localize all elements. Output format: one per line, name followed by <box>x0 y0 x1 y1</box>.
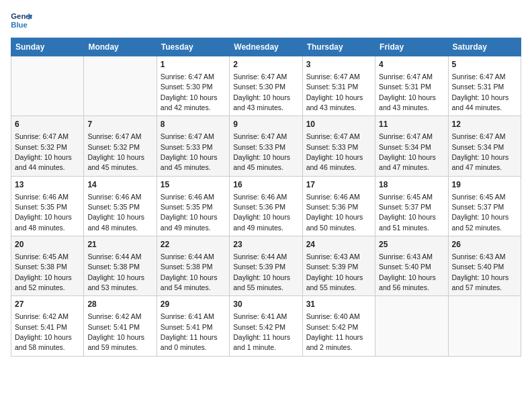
calendar-cell: 3Sunrise: 6:47 AMSunset: 5:31 PMDaylight… <box>302 56 375 116</box>
day-number: 20 <box>15 239 80 250</box>
day-number: 27 <box>15 299 80 310</box>
day-number: 26 <box>452 239 517 250</box>
day-number: 13 <box>15 179 80 191</box>
logo-icon: General Blue <box>11 11 32 30</box>
calendar-cell: 13Sunrise: 6:46 AMSunset: 5:35 PMDayligh… <box>11 176 84 236</box>
cell-info: Sunrise: 6:47 AMSunset: 5:31 PMDaylight:… <box>452 73 509 111</box>
cell-info: Sunrise: 6:41 AMSunset: 5:42 PMDaylight:… <box>233 312 290 351</box>
cell-info: Sunrise: 6:43 AMSunset: 5:40 PMDaylight:… <box>452 253 509 291</box>
calendar-cell: 2Sunrise: 6:47 AMSunset: 5:30 PMDaylight… <box>230 56 302 116</box>
day-number: 5 <box>452 59 517 71</box>
cell-info: Sunrise: 6:47 AMSunset: 5:33 PMDaylight:… <box>306 132 363 171</box>
cell-info: Sunrise: 6:47 AMSunset: 5:30 PMDaylight:… <box>161 73 218 111</box>
day-number: 28 <box>87 299 152 310</box>
calendar-cell: 7Sunrise: 6:47 AMSunset: 5:32 PMDaylight… <box>84 116 157 176</box>
day-number: 8 <box>161 119 226 130</box>
cell-info: Sunrise: 6:47 AMSunset: 5:32 PMDaylight:… <box>15 132 72 171</box>
cell-info: Sunrise: 6:47 AMSunset: 5:31 PMDaylight:… <box>306 73 363 111</box>
week-row-1: 1Sunrise: 6:47 AMSunset: 5:30 PMDaylight… <box>11 56 521 116</box>
calendar-cell <box>448 296 521 356</box>
header-sunday: Sunday <box>11 38 84 56</box>
cell-info: Sunrise: 6:40 AMSunset: 5:42 PMDaylight:… <box>306 312 363 351</box>
calendar-cell <box>11 56 84 116</box>
week-row-3: 13Sunrise: 6:46 AMSunset: 5:35 PMDayligh… <box>11 176 521 236</box>
calendar-cell: 9Sunrise: 6:47 AMSunset: 5:33 PMDaylight… <box>230 116 302 176</box>
week-row-4: 20Sunrise: 6:45 AMSunset: 5:38 PMDayligh… <box>11 236 521 296</box>
calendar-cell: 24Sunrise: 6:43 AMSunset: 5:39 PMDayligh… <box>302 236 375 296</box>
calendar-cell: 12Sunrise: 6:47 AMSunset: 5:34 PMDayligh… <box>448 116 521 176</box>
day-number: 7 <box>87 119 152 130</box>
calendar-cell: 8Sunrise: 6:47 AMSunset: 5:33 PMDaylight… <box>157 116 229 176</box>
calendar-cell: 25Sunrise: 6:43 AMSunset: 5:40 PMDayligh… <box>375 236 448 296</box>
header-monday: Monday <box>84 38 157 56</box>
calendar-cell: 26Sunrise: 6:43 AMSunset: 5:40 PMDayligh… <box>448 236 521 296</box>
day-number: 18 <box>379 179 444 191</box>
cell-info: Sunrise: 6:47 AMSunset: 5:32 PMDaylight:… <box>87 132 144 171</box>
cell-info: Sunrise: 6:47 AMSunset: 5:30 PMDaylight:… <box>233 73 290 111</box>
cell-info: Sunrise: 6:41 AMSunset: 5:41 PMDaylight:… <box>161 312 218 351</box>
calendar-cell: 17Sunrise: 6:46 AMSunset: 5:36 PMDayligh… <box>302 176 375 236</box>
calendar-cell: 19Sunrise: 6:45 AMSunset: 5:37 PMDayligh… <box>448 176 521 236</box>
calendar-cell: 22Sunrise: 6:44 AMSunset: 5:38 PMDayligh… <box>157 236 229 296</box>
week-row-5: 27Sunrise: 6:42 AMSunset: 5:41 PMDayligh… <box>11 296 521 356</box>
day-number: 22 <box>161 239 226 250</box>
cell-info: Sunrise: 6:46 AMSunset: 5:35 PMDaylight:… <box>87 193 144 232</box>
header-tuesday: Tuesday <box>157 38 229 56</box>
calendar-cell: 15Sunrise: 6:46 AMSunset: 5:35 PMDayligh… <box>157 176 229 236</box>
calendar-cell <box>375 296 448 356</box>
day-number: 25 <box>379 239 444 250</box>
cell-info: Sunrise: 6:44 AMSunset: 5:38 PMDaylight:… <box>87 253 144 291</box>
cell-info: Sunrise: 6:42 AMSunset: 5:41 PMDaylight:… <box>15 312 72 351</box>
cell-info: Sunrise: 6:43 AMSunset: 5:39 PMDaylight:… <box>306 253 363 291</box>
cell-info: Sunrise: 6:43 AMSunset: 5:40 PMDaylight:… <box>379 253 436 291</box>
day-number: 6 <box>15 119 80 130</box>
cell-info: Sunrise: 6:46 AMSunset: 5:36 PMDaylight:… <box>233 193 290 232</box>
calendar-cell: 11Sunrise: 6:47 AMSunset: 5:34 PMDayligh… <box>375 116 448 176</box>
day-number: 31 <box>306 299 371 310</box>
cell-info: Sunrise: 6:47 AMSunset: 5:34 PMDaylight:… <box>452 132 509 171</box>
calendar-cell: 31Sunrise: 6:40 AMSunset: 5:42 PMDayligh… <box>302 296 375 356</box>
calendar-cell: 10Sunrise: 6:47 AMSunset: 5:33 PMDayligh… <box>302 116 375 176</box>
day-number: 30 <box>233 299 298 310</box>
day-number: 29 <box>161 299 226 310</box>
cell-info: Sunrise: 6:44 AMSunset: 5:39 PMDaylight:… <box>233 253 290 291</box>
calendar-cell: 5Sunrise: 6:47 AMSunset: 5:31 PMDaylight… <box>448 56 521 116</box>
cell-info: Sunrise: 6:44 AMSunset: 5:38 PMDaylight:… <box>161 253 218 291</box>
calendar-cell: 21Sunrise: 6:44 AMSunset: 5:38 PMDayligh… <box>84 236 157 296</box>
calendar-cell: 6Sunrise: 6:47 AMSunset: 5:32 PMDaylight… <box>11 116 84 176</box>
cell-info: Sunrise: 6:47 AMSunset: 5:31 PMDaylight:… <box>379 73 436 111</box>
header-thursday: Thursday <box>302 38 375 56</box>
day-number: 15 <box>161 179 226 191</box>
cell-info: Sunrise: 6:45 AMSunset: 5:37 PMDaylight:… <box>452 193 509 232</box>
day-number: 9 <box>233 119 298 130</box>
cell-info: Sunrise: 6:45 AMSunset: 5:38 PMDaylight:… <box>15 253 72 291</box>
logo: General Blue <box>11 11 35 30</box>
day-number: 23 <box>233 239 298 250</box>
calendar-cell: 23Sunrise: 6:44 AMSunset: 5:39 PMDayligh… <box>230 236 302 296</box>
header-wednesday: Wednesday <box>230 38 302 56</box>
day-number: 1 <box>161 59 226 71</box>
calendar-table: SundayMondayTuesdayWednesdayThursdayFrid… <box>11 38 521 357</box>
calendar-cell <box>84 56 157 116</box>
calendar-cell: 1Sunrise: 6:47 AMSunset: 5:30 PMDaylight… <box>157 56 229 116</box>
calendar-cell: 16Sunrise: 6:46 AMSunset: 5:36 PMDayligh… <box>230 176 302 236</box>
page-header: General Blue <box>11 11 521 30</box>
header-saturday: Saturday <box>448 38 521 56</box>
day-number: 14 <box>87 179 152 191</box>
day-number: 10 <box>306 119 371 130</box>
day-number: 17 <box>306 179 371 191</box>
day-number: 21 <box>87 239 152 250</box>
day-number: 16 <box>233 179 298 191</box>
calendar-cell: 29Sunrise: 6:41 AMSunset: 5:41 PMDayligh… <box>157 296 229 356</box>
calendar-cell: 28Sunrise: 6:42 AMSunset: 5:41 PMDayligh… <box>84 296 157 356</box>
svg-text:Blue: Blue <box>11 21 28 29</box>
cell-info: Sunrise: 6:45 AMSunset: 5:37 PMDaylight:… <box>379 193 436 232</box>
cell-info: Sunrise: 6:46 AMSunset: 5:35 PMDaylight:… <box>161 193 218 232</box>
calendar-cell: 18Sunrise: 6:45 AMSunset: 5:37 PMDayligh… <box>375 176 448 236</box>
cell-info: Sunrise: 6:46 AMSunset: 5:35 PMDaylight:… <box>15 193 72 232</box>
day-number: 11 <box>379 119 444 130</box>
day-number: 3 <box>306 59 371 71</box>
week-row-2: 6Sunrise: 6:47 AMSunset: 5:32 PMDaylight… <box>11 116 521 176</box>
calendar-cell: 27Sunrise: 6:42 AMSunset: 5:41 PMDayligh… <box>11 296 84 356</box>
cell-info: Sunrise: 6:47 AMSunset: 5:33 PMDaylight:… <box>161 132 218 171</box>
